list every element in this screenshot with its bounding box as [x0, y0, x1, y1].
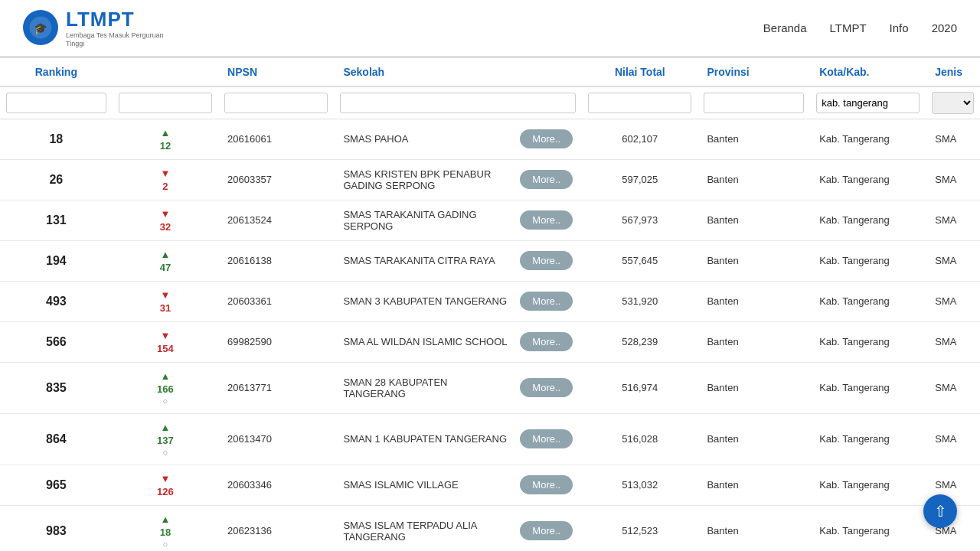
school-name: SMAN 1 KABUPATEN TANGERANG: [343, 433, 508, 445]
more-button[interactable]: More..: [520, 332, 573, 351]
npsn-filter-input[interactable]: [224, 93, 328, 113]
change-filter-input[interactable]: [119, 93, 212, 113]
change-value: 137: [157, 435, 174, 446]
school-name: SMAS ISLAM TERPADU ALIA TANGERANG: [343, 520, 508, 543]
more-button[interactable]: More..: [520, 129, 573, 148]
cell-provinsi: Banten: [697, 465, 810, 505]
cell-npsn: 20616138: [218, 240, 334, 281]
col-kota: Kota/Kab.: [810, 57, 926, 86]
cell-change: ▲166○: [113, 362, 218, 413]
provinsi-filter-input[interactable]: [704, 93, 804, 113]
school-name: SMAS KRISTEN BPK PENABUR GADING SERPONG: [343, 168, 508, 191]
table-row: 26▼220603357SMAS KRISTEN BPK PENABUR GAD…: [0, 159, 980, 200]
cell-npsn: 20603346: [218, 465, 334, 505]
more-button[interactable]: More..: [520, 170, 573, 189]
cell-kota: Kab. Tangerang: [810, 281, 926, 321]
kota-filter-input[interactable]: kab. tangerang: [816, 93, 920, 113]
table-row: 493▼3120603361SMAN 3 KABUPATEN TANGERANG…: [0, 281, 980, 321]
cell-npsn: 20603357: [218, 159, 334, 200]
change-value: 166: [157, 383, 174, 395]
cell-nilai: 513,032: [582, 465, 697, 505]
logo-text: LTMPT: [66, 8, 165, 31]
cell-provinsi: Banten: [697, 281, 810, 321]
filter-change: [113, 86, 218, 119]
sekolah-filter-input[interactable]: [340, 93, 576, 113]
filter-kota[interactable]: kab. tangerang: [810, 86, 926, 119]
more-button[interactable]: More..: [520, 475, 573, 494]
nav-ltmpt[interactable]: LTMPT: [830, 21, 867, 34]
arrow-up-icon: ▲: [160, 422, 170, 433]
nilai-filter-input[interactable]: [588, 93, 691, 113]
cell-ranking: 864: [0, 413, 113, 465]
arrow-up-icon: ▲: [160, 514, 170, 525]
filter-npsn[interactable]: [218, 86, 334, 119]
change-value: 126: [157, 486, 174, 497]
cell-kota: Kab. Tangerang: [810, 413, 926, 465]
cell-ranking: 983: [0, 505, 113, 551]
cell-nilai: 567,973: [582, 200, 697, 240]
cell-kota: Kab. Tangerang: [810, 505, 926, 551]
header: 🎓 LTMPT Lembaga Tes Masuk Perguruan Ting…: [0, 0, 980, 57]
nav-beranda[interactable]: Beranda: [763, 21, 807, 34]
cell-npsn: 20613524: [218, 200, 334, 240]
jenis-filter-select[interactable]: SMA SMK: [932, 92, 974, 114]
change-value: 12: [160, 140, 171, 152]
cell-kota: Kab. Tangerang: [810, 119, 926, 159]
cell-kota: Kab. Tangerang: [810, 200, 926, 240]
cell-sekolah: SMAN 1 KABUPATEN TANGERANGMore..: [334, 413, 582, 465]
circle-icon: ○: [163, 448, 168, 457]
cell-change: ▼2: [113, 159, 218, 200]
svg-text:🎓: 🎓: [34, 21, 47, 35]
table-row: 864▲137○20613470SMAN 1 KABUPATEN TANGERA…: [0, 413, 980, 465]
school-name: SMAS ISLAMIC VILLAGE: [343, 479, 508, 491]
cell-provinsi: Banten: [697, 200, 810, 240]
ranking-filter-input[interactable]: [6, 93, 106, 113]
col-provinsi: Provinsi: [697, 57, 810, 86]
more-button[interactable]: More..: [520, 251, 573, 270]
nav-info[interactable]: Info: [890, 21, 909, 34]
change-value: 32: [160, 221, 171, 233]
cell-change: ▲12: [113, 119, 218, 159]
logo-area: 🎓 LTMPT Lembaga Tes Masuk Perguruan Ting…: [23, 8, 165, 48]
table-row: 194▲4720616138SMAS TARAKANITA CITRA RAYA…: [0, 240, 980, 281]
cell-kota: Kab. Tangerang: [810, 159, 926, 200]
nav-year[interactable]: 2020: [932, 21, 957, 34]
cell-provinsi: Banten: [697, 505, 810, 551]
filter-sekolah[interactable]: [334, 86, 582, 119]
cell-ranking: 493: [0, 281, 113, 321]
cell-change: ▼154: [113, 321, 218, 362]
cell-ranking: 131: [0, 200, 113, 240]
school-name: SMAS TARAKANITA CITRA RAYA: [343, 255, 508, 266]
cell-kota: Kab. Tangerang: [810, 321, 926, 362]
school-name: SMAN 28 KABUPATEN TANGERANG: [343, 377, 508, 399]
cell-ranking: 965: [0, 465, 113, 505]
cell-sekolah: SMAN 28 KABUPATEN TANGERANGMore..: [334, 362, 582, 413]
cell-npsn: 20623136: [218, 505, 334, 551]
filter-provinsi[interactable]: [697, 86, 810, 119]
cell-jenis: SMA: [926, 119, 980, 159]
cell-jenis: SMA: [926, 362, 980, 413]
cell-change: ▲18○: [113, 505, 218, 551]
cell-kota: Kab. Tangerang: [810, 240, 926, 281]
table-body: 18▲1220616061SMAS PAHOAMore..602,107Bant…: [0, 119, 980, 551]
scroll-to-top-button[interactable]: ⇧: [923, 494, 957, 528]
more-button[interactable]: More..: [520, 292, 573, 311]
arrow-down-icon: ▼: [160, 168, 170, 179]
filter-ranking[interactable]: [0, 86, 113, 119]
more-button[interactable]: More..: [520, 378, 573, 397]
table-row: 965▼12620603346SMAS ISLAMIC VILLAGEMore.…: [0, 465, 980, 505]
arrow-up-icon: ▲: [160, 370, 170, 382]
col-sekolah: Sekolah: [334, 57, 582, 86]
more-button[interactable]: More..: [520, 429, 573, 448]
cell-jenis: SMA: [926, 281, 980, 321]
table-header-row: Ranking NPSN Sekolah Nilai Total Provins…: [0, 57, 980, 86]
cell-sekolah: SMAS TARAKANITA CITRA RAYAMore..: [334, 240, 582, 281]
school-name: SMAS TARAKANITA GADING SERPONG: [343, 209, 508, 232]
col-change: [113, 57, 218, 86]
cell-nilai: 602,107: [582, 119, 697, 159]
more-button[interactable]: More..: [520, 521, 573, 540]
filter-nilai[interactable]: [582, 86, 697, 119]
more-button[interactable]: More..: [520, 210, 573, 230]
filter-jenis[interactable]: SMA SMK: [926, 86, 980, 119]
cell-ranking: 835: [0, 362, 113, 413]
